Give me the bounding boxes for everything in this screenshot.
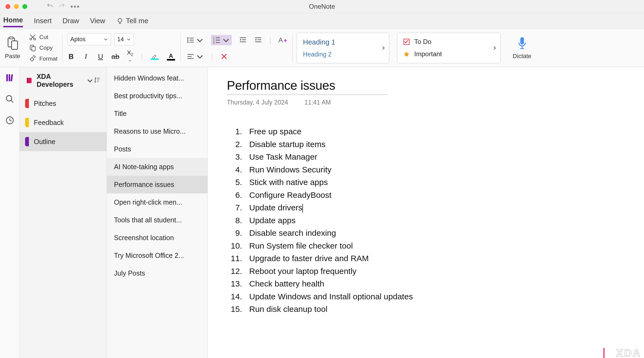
note-body[interactable]: 1.Free up space2.Disable startup items3.… [227, 125, 625, 316]
list-item[interactable]: 12.Reboot your laptop frequently [227, 265, 625, 278]
svg-rect-25 [255, 41, 261, 42]
clear-formatting-button[interactable]: A◆ [278, 36, 287, 44]
svg-rect-9 [189, 38, 194, 38]
content-area[interactable]: Performance issues Thursday, 4 July 2024… [208, 67, 644, 358]
decrease-indent-button[interactable] [239, 36, 247, 44]
copy-button[interactable]: Copy [29, 44, 58, 52]
more-icon[interactable]: ••• [70, 2, 80, 11]
section-item[interactable]: Pitches [20, 94, 107, 113]
list-item[interactable]: 7.Update drivers [227, 201, 625, 214]
page-item[interactable]: Title [107, 105, 207, 123]
cut-button[interactable]: Cut [29, 33, 58, 41]
page-date: Thursday, 4 July 2024 [227, 99, 288, 106]
svg-rect-21 [242, 39, 246, 40]
list-item[interactable]: 6.Configure ReadyBoost [227, 189, 625, 202]
chevron-right-icon[interactable] [381, 46, 386, 50]
watermark: XDA [603, 347, 641, 358]
tag-todo[interactable]: To Do [403, 38, 494, 46]
dictate-label[interactable]: Dictate [513, 53, 531, 60]
zoom-window-button[interactable] [22, 4, 27, 9]
svg-text:3: 3 [213, 41, 215, 44]
tell-me[interactable]: Tell me [116, 16, 148, 26]
tags-gallery[interactable]: To Do Important [397, 33, 501, 63]
section-panel: XDA Developers PitchesFeedbackOutline [20, 67, 107, 358]
list-item[interactable]: 10.Run System file checker tool [227, 240, 625, 252]
page-item[interactable]: Hidden Windows feat... [107, 69, 207, 87]
list-item[interactable]: 3.Use Task Manager [227, 151, 625, 163]
svg-rect-2 [10, 37, 13, 39]
tag-important[interactable]: Important [403, 50, 494, 58]
tab-home[interactable]: Home [3, 15, 23, 27]
redo-icon[interactable] [58, 2, 65, 11]
tab-view[interactable]: View [90, 16, 105, 26]
left-rail [0, 67, 20, 358]
minimize-window-button[interactable] [14, 4, 19, 9]
italic-button[interactable]: I [82, 52, 90, 61]
style-heading2[interactable]: Heading 2 [303, 51, 383, 58]
sort-icon[interactable] [94, 76, 101, 85]
format-painter-button[interactable]: Format [29, 55, 58, 62]
notebook-selector[interactable]: XDA Developers [26, 73, 94, 88]
svg-rect-37 [27, 78, 28, 83]
page-title[interactable]: Performance issues [227, 78, 388, 93]
chevron-right-icon[interactable] [492, 46, 497, 50]
recent-icon[interactable] [5, 116, 14, 126]
increase-indent-button[interactable] [254, 36, 262, 44]
delete-button[interactable] [220, 52, 228, 61]
svg-point-8 [187, 37, 189, 39]
list-item[interactable]: 15.Run disk cleanup tool [227, 303, 625, 316]
section-item[interactable]: Feedback [20, 113, 107, 132]
list-item[interactable]: 2.Disable startup items [227, 138, 625, 151]
numbered-list-button[interactable]: 123 [211, 35, 232, 45]
undo-icon[interactable] [46, 2, 53, 11]
svg-rect-13 [189, 42, 194, 43]
notebooks-icon[interactable] [5, 73, 14, 83]
page-item[interactable]: Posts [107, 140, 207, 158]
svg-rect-27 [188, 56, 192, 57]
page-item[interactable]: Performance issues [107, 176, 207, 193]
strikethrough-button[interactable]: ab [112, 52, 119, 61]
styles-gallery[interactable]: Heading 1 Heading 2 [297, 33, 389, 63]
tab-insert[interactable]: Insert [34, 16, 52, 26]
list-item[interactable]: 11.Upgrade to faster drive and RAM [227, 252, 625, 265]
page-item[interactable]: Tools that all student... [107, 211, 207, 229]
page-item[interactable]: AI Note-taking apps [107, 158, 207, 176]
section-color-tab [25, 137, 29, 146]
list-item[interactable]: 9.Disable search indexing [227, 227, 625, 240]
page-item[interactable]: Open right-click men... [107, 193, 207, 211]
list-item[interactable]: 13.Check battery health [227, 278, 625, 290]
paste-icon[interactable] [7, 36, 19, 52]
font-size-select[interactable]: 14 [114, 33, 134, 45]
list-item[interactable]: 8.Update apps [227, 214, 625, 227]
subscript-button[interactable]: X2 [126, 49, 134, 64]
page-panel: Hidden Windows feat...Best productivity … [107, 67, 208, 358]
page-item[interactable]: Try Microsoft Office 2... [107, 247, 207, 264]
svg-rect-17 [216, 40, 220, 41]
page-item[interactable]: Best productivity tips... [107, 87, 207, 105]
section-color-tab [25, 118, 29, 127]
chevron-down-icon [104, 37, 108, 41]
close-window-button[interactable] [5, 4, 10, 9]
search-icon[interactable] [5, 94, 14, 105]
tab-draw[interactable]: Draw [62, 16, 79, 26]
underline-button[interactable]: U [97, 52, 104, 61]
align-button[interactable] [186, 52, 204, 61]
svg-rect-28 [188, 58, 194, 59]
list-item[interactable]: 4.Run Windows Security [227, 163, 625, 176]
style-heading1[interactable]: Heading 1 [303, 38, 383, 46]
page-item[interactable]: Reasons to use Micro... [107, 123, 207, 140]
highlight-color-button[interactable] [150, 53, 159, 60]
bold-button[interactable]: B [67, 52, 75, 61]
list-item[interactable]: 1.Free up space [227, 125, 625, 138]
dictate-icon[interactable] [517, 36, 528, 51]
page-item[interactable]: Screenshot location [107, 229, 207, 247]
svg-rect-24 [258, 39, 261, 40]
font-color-button[interactable]: A [166, 52, 176, 61]
list-item[interactable]: 5.Stick with native apps [227, 176, 625, 189]
paste-label[interactable]: Paste [5, 53, 20, 60]
section-item[interactable]: Outline [20, 132, 107, 151]
list-item[interactable]: 14.Update Windows and Install optional u… [227, 290, 625, 303]
font-name-select[interactable]: Aptos [67, 33, 111, 45]
bulleted-list-button[interactable] [186, 36, 204, 44]
page-item[interactable]: July Posts [107, 264, 207, 282]
